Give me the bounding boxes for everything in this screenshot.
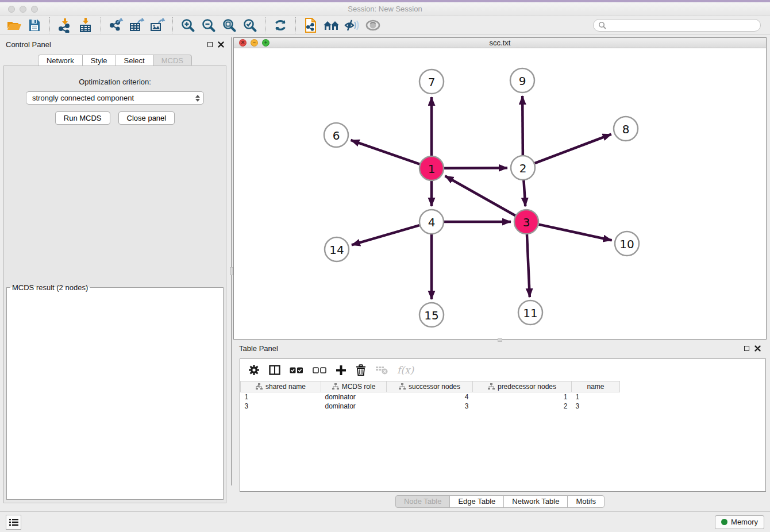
welcome-screen-button[interactable]	[321, 17, 342, 34]
graph-edge-1-2[interactable]	[444, 168, 507, 168]
network-canvas[interactable]: 7968124314101511	[234, 48, 766, 339]
graph-node-3[interactable]: 3	[514, 210, 538, 234]
float-panel-icon[interactable]	[744, 346, 749, 351]
zoom-fit-button[interactable]	[219, 17, 240, 34]
graph-node-6[interactable]: 6	[324, 123, 348, 147]
run-mcds-button[interactable]: Run MCDS	[55, 111, 110, 125]
graph-node-4[interactable]: 4	[419, 210, 444, 234]
graph-edge-2-3[interactable]	[523, 180, 525, 206]
delete-table-icon	[375, 365, 388, 375]
close-panel-button[interactable]: Close panel	[118, 111, 175, 125]
close-panel-icon[interactable]	[754, 345, 761, 352]
tab-edge-table[interactable]: Edge Table	[449, 495, 504, 508]
export-image-button[interactable]	[147, 17, 168, 34]
column-header-name[interactable]: name	[572, 381, 620, 392]
add-row-button[interactable]	[336, 365, 346, 376]
tab-mcds[interactable]: MCDS	[153, 55, 192, 67]
tab-motifs[interactable]: Motifs	[567, 495, 605, 508]
cell-name[interactable]: 3	[572, 402, 620, 411]
import-table-button[interactable]	[75, 17, 96, 34]
tab-node-table[interactable]: Node Table	[395, 495, 451, 508]
graph-node-15[interactable]: 15	[419, 303, 444, 327]
criterion-select[interactable]: strongly connected component	[26, 91, 204, 105]
cell-predecessor-nodes[interactable]: 2	[473, 402, 572, 411]
search-input[interactable]	[606, 21, 756, 29]
graph-edge-3-11[interactable]	[527, 234, 530, 297]
zoom-out-button[interactable]	[198, 17, 219, 34]
graph-edge-2-9[interactable]	[522, 96, 523, 155]
split-columns-button[interactable]	[269, 365, 280, 375]
search-field[interactable]	[593, 19, 761, 32]
zoom-in-button[interactable]	[178, 17, 198, 34]
graph-node-1[interactable]: 1	[419, 156, 444, 180]
deselect-all-columns-button[interactable]	[313, 367, 326, 373]
tab-select[interactable]: Select	[116, 55, 153, 67]
open-file-button[interactable]	[3, 17, 24, 34]
graph-edge-3-1[interactable]	[445, 176, 515, 215]
graph-node-2[interactable]: 2	[511, 156, 535, 180]
save-session-button[interactable]	[24, 17, 45, 34]
close-panel-icon[interactable]	[218, 41, 224, 48]
memory-label: Memory	[731, 518, 758, 526]
delete-rows-button[interactable]	[356, 364, 366, 376]
graph-edge-4-14[interactable]	[352, 225, 419, 245]
graph-node-9[interactable]: 9	[510, 68, 534, 92]
table-row[interactable]: 1 dominator 4 1 1	[241, 392, 620, 402]
birdseye-view-button[interactable]	[363, 17, 383, 34]
task-history-button[interactable]	[6, 515, 21, 530]
memory-button[interactable]: Memory	[715, 515, 764, 529]
graph-edge-3-10[interactable]	[538, 225, 611, 241]
delete-table-button[interactable]	[375, 365, 388, 375]
cell-successor-nodes[interactable]: 3	[387, 402, 473, 411]
horizontal-splitter[interactable]	[233, 340, 767, 341]
import-network-button[interactable]	[55, 17, 75, 34]
column-header-successor-nodes[interactable]: successor nodes	[387, 381, 473, 392]
table-row[interactable]: 3 dominator 3 2 3	[241, 402, 620, 411]
graph-node-8[interactable]: 8	[614, 117, 638, 141]
window-titlebar: Session: New Session	[0, 2, 770, 16]
graph-node-10[interactable]: 10	[615, 232, 639, 256]
export-table-button[interactable]	[126, 17, 147, 34]
graph-edge-1-6[interactable]	[351, 140, 419, 164]
refresh-button[interactable]	[270, 17, 291, 34]
cell-successor-nodes[interactable]: 4	[387, 392, 473, 402]
table-settings-button[interactable]	[248, 364, 260, 376]
cell-predecessor-nodes[interactable]: 1	[473, 392, 572, 402]
cell-mcds-role[interactable]: dominator	[321, 392, 387, 402]
graph-node-label: 2	[519, 161, 527, 175]
refresh-icon	[273, 18, 288, 33]
graph-node-14[interactable]: 14	[325, 237, 349, 261]
column-header-predecessor-nodes[interactable]: predecessor nodes	[473, 381, 572, 392]
splitter-grip[interactable]	[498, 338, 502, 342]
graph-node-11[interactable]: 11	[518, 300, 542, 325]
cell-mcds-role[interactable]: dominator	[321, 402, 387, 411]
column-header-mcds-role[interactable]: MCDS role	[321, 381, 387, 392]
trash-icon	[356, 364, 366, 376]
float-panel-icon[interactable]	[207, 42, 213, 47]
tab-network-table[interactable]: Network Table	[503, 495, 568, 508]
cell-name[interactable]: 1	[572, 392, 620, 402]
table-header-row: shared name MCDS role successor nodes	[241, 381, 620, 392]
splitter-grip[interactable]	[230, 267, 233, 275]
zoom-in-icon	[180, 18, 195, 33]
cell-shared-name[interactable]: 1	[241, 392, 321, 402]
network-window-titlebar[interactable]: ✕ − + scc.txt	[234, 38, 766, 48]
graph-node-7[interactable]: 7	[419, 70, 444, 94]
eye-slash-icon	[344, 18, 360, 32]
workspace-column: ✕ − + scc.txt 7968124314101511 Table Pan…	[233, 37, 770, 511]
column-header-shared-name[interactable]: shared name	[241, 381, 321, 392]
cell-shared-name[interactable]: 3	[241, 402, 321, 411]
tab-style[interactable]: Style	[82, 55, 116, 67]
graph-edge-2-8[interactable]	[535, 134, 611, 164]
select-stepper-icon	[195, 95, 200, 102]
eye-icon	[365, 18, 381, 32]
hide-panels-button[interactable]	[342, 17, 363, 34]
vertical-splitter[interactable]	[230, 37, 233, 511]
main-area: Control Panel Network Style Select MCDS …	[0, 35, 770, 511]
zoom-selected-button[interactable]	[240, 17, 260, 34]
select-all-columns-button[interactable]	[290, 367, 303, 373]
tab-network[interactable]: Network	[38, 55, 83, 67]
export-network-button[interactable]	[106, 17, 126, 34]
clone-network-button[interactable]	[301, 17, 321, 34]
function-builder-button[interactable]: f(x)	[397, 364, 414, 376]
